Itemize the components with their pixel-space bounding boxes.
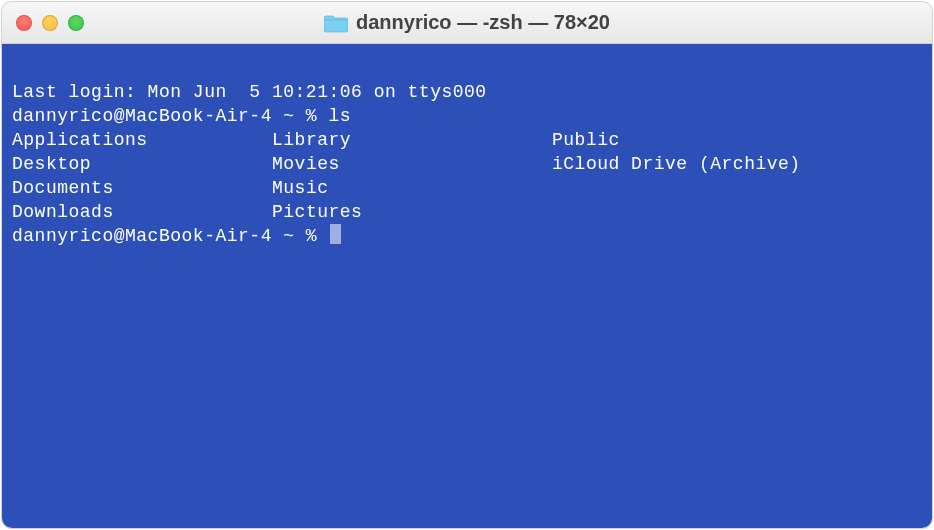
ls-item: Desktop: [12, 152, 272, 176]
last-login-line: Last login: Mon Jun 5 10:21:06 on ttys00…: [12, 82, 487, 102]
ls-item: [552, 200, 922, 224]
ls-item: Public: [552, 128, 922, 152]
ls-item: Library: [272, 128, 552, 152]
ls-output: ApplicationsLibraryPublicDesktopMoviesiC…: [12, 128, 922, 224]
ls-item: Music: [272, 176, 552, 200]
ls-item: [552, 176, 922, 200]
prompt-1: dannyrico@MacBook-Air-4 ~ %: [12, 106, 328, 126]
ls-item: Documents: [12, 176, 272, 200]
close-button[interactable]: [16, 15, 32, 31]
ls-item: Applications: [12, 128, 272, 152]
window-title: dannyrico — -zsh — 78×20: [356, 11, 610, 34]
title-wrap: dannyrico — -zsh — 78×20: [2, 11, 932, 34]
ls-item: Downloads: [12, 200, 272, 224]
terminal-window: dannyrico — -zsh — 78×20 Last login: Mon…: [2, 2, 932, 528]
traffic-lights: [2, 15, 84, 31]
zoom-button[interactable]: [68, 15, 84, 31]
prompt-2: dannyrico@MacBook-Air-4 ~ %: [12, 226, 328, 246]
cursor: [330, 224, 341, 244]
minimize-button[interactable]: [42, 15, 58, 31]
terminal-body[interactable]: Last login: Mon Jun 5 10:21:06 on ttys00…: [2, 44, 932, 528]
ls-item: iCloud Drive (Archive): [552, 152, 922, 176]
titlebar[interactable]: dannyrico — -zsh — 78×20: [2, 2, 932, 44]
command-1: ls: [328, 106, 351, 126]
folder-icon: [324, 13, 348, 33]
ls-item: Pictures: [272, 200, 552, 224]
ls-item: Movies: [272, 152, 552, 176]
